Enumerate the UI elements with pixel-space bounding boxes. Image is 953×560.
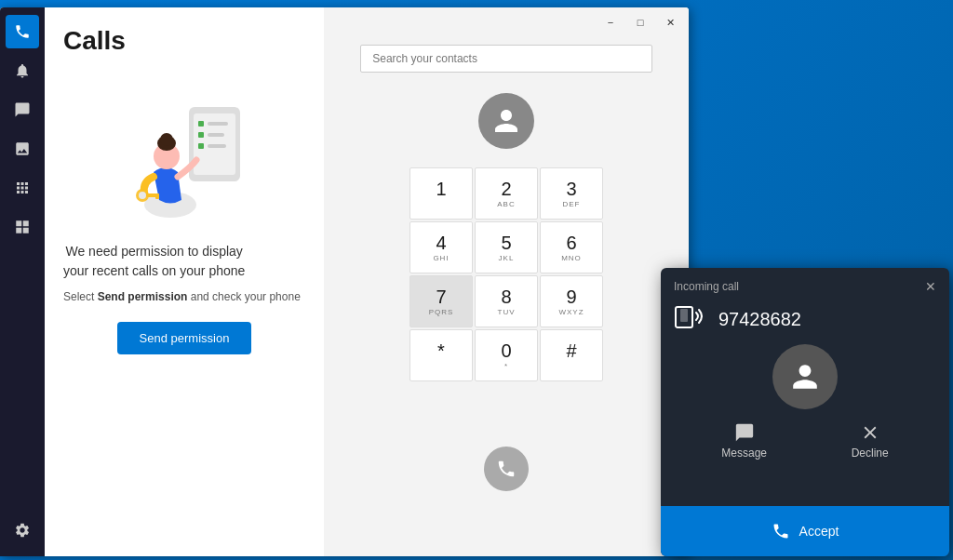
dial-key-star[interactable]: *: [409, 329, 473, 381]
maximize-button[interactable]: □: [629, 11, 651, 33]
hint-suffix: and check your phone: [187, 290, 300, 303]
permission-illustration: [114, 93, 254, 223]
dial-key-2[interactable]: 2 ABC: [475, 167, 538, 220]
dial-key-6[interactable]: 6 MNO: [540, 221, 603, 273]
sidebar-item-messages[interactable]: [6, 93, 39, 127]
caller-info: 97428682: [661, 300, 949, 344]
sidebar-item-dashboard[interactable]: [6, 210, 39, 244]
call-button[interactable]: [484, 447, 529, 491]
permission-description: We need permission to display your recen…: [63, 242, 245, 281]
sidebar-item-notifications[interactable]: [6, 54, 39, 87]
page-title: Calls: [63, 26, 126, 56]
sidebar-item-calls[interactable]: [6, 15, 39, 48]
popup-actions: Message Decline: [661, 422, 949, 467]
search-bar-container: [360, 45, 652, 73]
message-label: Message: [721, 447, 767, 460]
svg-point-15: [160, 133, 173, 146]
left-panel: Calls: [45, 7, 324, 556]
popup-header: Incoming call ✕: [661, 268, 949, 300]
dial-key-0[interactable]: 0 *: [475, 329, 538, 381]
svg-rect-2: [198, 121, 204, 127]
dial-key-1[interactable]: 1: [409, 167, 473, 220]
hint-prefix: Select: [63, 290, 98, 303]
close-button[interactable]: ✕: [659, 11, 681, 33]
sidebar: [0, 7, 45, 556]
dial-key-hash[interactable]: #: [540, 329, 603, 381]
dial-key-5[interactable]: 5 JKL: [475, 221, 538, 273]
sidebar-item-settings[interactable]: [6, 513, 39, 547]
minimize-button[interactable]: −: [599, 11, 622, 33]
decline-action[interactable]: Decline: [852, 422, 889, 460]
hint-bold: Send permission: [98, 290, 188, 303]
app-window: Calls: [0, 7, 689, 556]
caller-avatar: [772, 344, 838, 409]
dial-key-8[interactable]: 8 TUV: [475, 275, 538, 327]
sidebar-item-photos[interactable]: [6, 132, 39, 166]
dialer-panel: − □ ✕ 1 2 ABC: [324, 7, 689, 556]
popup-close-button[interactable]: ✕: [925, 279, 936, 294]
call-button-wrap: [484, 447, 529, 491]
dial-key-9[interactable]: 9 WXYZ: [540, 275, 603, 327]
accept-label: Accept: [799, 524, 839, 539]
dialpad: 1 2 ABC 3 DEF 4 GHI 5 JKL: [409, 167, 603, 435]
svg-rect-7: [208, 144, 226, 148]
sidebar-item-apps[interactable]: [6, 171, 39, 205]
svg-rect-17: [680, 309, 688, 322]
svg-rect-6: [198, 143, 204, 149]
send-permission-button[interactable]: Send permission: [117, 322, 252, 354]
decline-label: Decline: [852, 447, 889, 460]
dial-key-4[interactable]: 4 GHI: [409, 221, 473, 273]
accept-button[interactable]: Accept: [661, 506, 949, 556]
incoming-call-popup: Incoming call ✕ 97428682: [661, 268, 949, 556]
svg-rect-5: [208, 133, 224, 137]
desktop: Calls: [0, 0, 953, 560]
dial-key-7[interactable]: 7 PQRS: [409, 275, 473, 327]
svg-rect-4: [198, 132, 204, 138]
message-action[interactable]: Message: [721, 422, 767, 460]
avatar: [478, 93, 534, 149]
permission-hint: Select Send permission and check your ph…: [63, 290, 301, 303]
svg-rect-3: [208, 122, 228, 126]
svg-rect-12: [155, 193, 159, 199]
popup-title: Incoming call: [674, 280, 739, 293]
title-bar: − □ ✕: [324, 7, 689, 37]
svg-point-10: [139, 192, 146, 199]
dial-key-3[interactable]: 3 DEF: [540, 167, 603, 220]
search-input[interactable]: [360, 45, 652, 73]
phone-ring-icon: [674, 303, 707, 335]
caller-number: 97428682: [718, 309, 801, 330]
